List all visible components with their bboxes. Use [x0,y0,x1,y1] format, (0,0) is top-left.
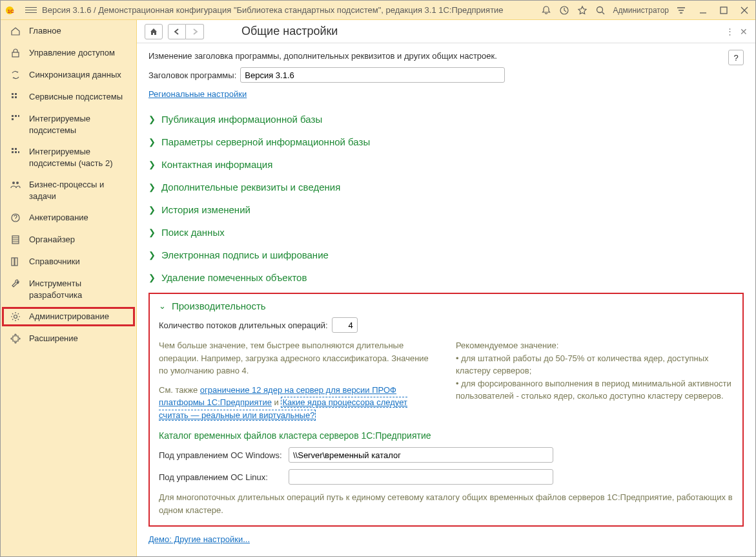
bell-icon[interactable] [540,5,552,16]
current-user[interactable]: Администратор [613,6,669,15]
perf-right-title: Рекомендуемое значение: [456,339,733,352]
people-icon [10,179,21,191]
modules-icon [10,91,21,103]
chevron-right-icon: ❯ [148,250,158,260]
linux-path-input[interactable] [289,469,553,485]
section-contact[interactable]: ❯Контактная информация [148,153,744,176]
close-icon[interactable] [739,5,750,16]
intro-text: Изменение заголовка программы, дополните… [148,51,744,61]
svg-rect-16 [12,151,14,153]
logo-1c: 1С [6,5,20,16]
modules2-icon [10,113,21,125]
star-icon[interactable] [577,5,588,16]
titlebar-actions: Администратор [540,5,687,16]
svg-rect-15 [15,148,17,150]
sidebar-item-integr2[interactable]: Интегрируемые подсистемы (часть 2) [1,141,136,174]
svg-rect-23 [12,258,14,266]
close-tab-icon[interactable]: ✕ [740,26,748,37]
gear-icon [10,311,21,322]
svg-point-19 [12,182,15,184]
sidebar-item-access[interactable]: Управление доступом [1,42,136,64]
performance-section: ⌄Производительность Количество потоков д… [148,293,744,527]
section-server[interactable]: ❯Параметры серверной информационной базы [148,131,744,153]
section-delete[interactable]: ❯Удаление помеченных объектов [148,266,744,289]
svg-rect-14 [12,148,14,150]
main-area: Общие настройки ⋮ ✕ ? Изменение заголовк… [137,20,755,556]
back-button[interactable] [168,24,186,39]
chevron-right-icon: ❯ [148,137,158,147]
notebook-icon [10,234,21,246]
chevron-right-icon: ❯ [148,227,158,237]
content: ? Изменение заголовка программы, дополни… [137,43,755,556]
chevron-right-icon: ❯ [148,273,158,282]
perf-right-b1: • для штатной работы до 50-75% от количе… [456,352,733,377]
section-search[interactable]: ❯Поиск данных [148,221,744,244]
filter-icon[interactable] [675,5,687,16]
lock-icon [10,47,21,59]
chevron-right-icon: ❯ [148,114,158,124]
svg-rect-24 [15,258,17,266]
hamburger-icon[interactable] [25,7,37,13]
titlebar: 1С Версия 3.1.6 / Демонстрационная конфи… [1,1,755,20]
svg-point-3 [597,6,603,12]
sync-icon [10,69,21,81]
section-history[interactable]: ❯История изменений [148,198,744,221]
svg-point-20 [16,182,19,184]
sidebar-item-admin[interactable]: Администрирование [1,306,136,328]
question-icon [10,212,21,224]
win-path-input[interactable] [289,447,553,463]
app-title-label: Заголовок программы: [148,70,236,80]
sidebar-item-service[interactable]: Сервисные подсистемы [1,86,136,108]
perf-see-also: См. также ограничение 12 ядер на сервер … [159,384,436,422]
chevron-right-icon: ❯ [148,160,158,169]
forward-button[interactable] [186,24,204,39]
section-extra[interactable]: ❯Дополнительные реквизиты и сведения [148,176,744,198]
home-button[interactable] [145,24,163,39]
sidebar-item-survey[interactable]: Анкетирование [1,207,136,229]
svg-point-25 [14,315,17,319]
threads-label: Количество потоков длительных операций: [159,321,328,330]
svg-rect-4 [720,7,727,14]
threads-input[interactable] [332,317,358,333]
section-pub[interactable]: ❯Публикация информационной базы [148,108,744,131]
chevron-down-icon: ⌄ [159,301,168,311]
history-icon[interactable] [558,5,570,16]
sidebar-item-integr1[interactable]: Интегрируемые подсистемы [1,108,136,141]
modules3-icon [10,146,21,158]
sidebar-item-ref[interactable]: Справочники [1,251,136,273]
minimize-icon[interactable] [697,5,709,16]
sidebar-item-organizer[interactable]: Органайзер [1,229,136,251]
svg-rect-12 [18,115,19,117]
svg-rect-17 [15,151,17,153]
win-path-label: Под управлением ОС Windows: [159,450,285,460]
app-title-input[interactable] [240,67,505,83]
svg-rect-11 [15,115,17,117]
chevron-right-icon: ❯ [148,182,158,192]
catalog-title: Каталог временных файлов кластера сервер… [159,430,733,441]
help-button[interactable]: ? [728,50,744,65]
section-perf[interactable]: ⌄Производительность [159,300,733,317]
svg-rect-18 [18,151,19,153]
sidebar-item-sync[interactable]: Синхронизация данных [1,64,136,86]
sidebar-item-devtools[interactable]: Инструменты разработчика [1,273,136,306]
linux-path-label: Под управлением ОС Linux: [159,472,285,482]
home-icon [10,25,21,37]
demo-link[interactable]: Демо: Другие настройки... [148,534,250,544]
regional-settings-link[interactable]: Региональные настройки [148,89,247,99]
window-controls [697,5,750,16]
puzzle-icon [10,333,21,344]
sidebar: Главное Управление доступом Синхронизаци… [1,20,137,556]
catalog-note: Для многопоточных длительных операций пу… [159,491,733,516]
page-title: Общие настройки [241,25,338,38]
svg-rect-13 [12,118,14,120]
more-icon[interactable]: ⋮ [726,26,735,36]
sidebar-item-biz[interactable]: Бизнес-процессы и задачи [1,174,136,207]
section-sign[interactable]: ❯Электронная подпись и шифрование [148,244,744,266]
maximize-icon[interactable] [718,5,730,16]
svg-rect-10 [12,115,14,117]
chevron-right-icon: ❯ [148,205,158,215]
sidebar-item-ext[interactable]: Расширение [1,328,136,350]
search-icon[interactable] [595,5,606,16]
svg-rect-9 [15,96,17,98]
sidebar-item-main[interactable]: Главное [1,20,136,42]
